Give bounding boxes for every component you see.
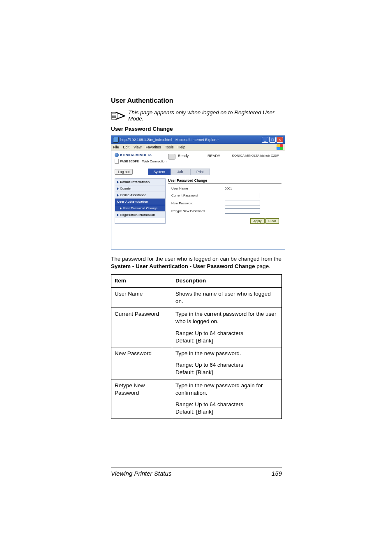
sidebar-item-online: Online Assistance	[115, 192, 165, 199]
cell-retype-password-desc: Type in the new password again for confi…	[172, 379, 282, 419]
brand-dot-icon	[115, 153, 119, 157]
printer-icon	[168, 154, 175, 160]
subbrand: PAGE SCOPE Web Connection	[115, 159, 168, 164]
menu-tools: Tools	[165, 145, 173, 149]
label-user-name: User Name	[171, 187, 208, 190]
label-retype-password: Retype New Password	[171, 209, 208, 213]
sidebar-item-device-info: Device Information	[115, 179, 165, 185]
apply-button: Apply	[250, 218, 264, 224]
clear-button: Clear	[265, 218, 279, 224]
svg-rect-0	[111, 112, 117, 119]
menu-favorites: Favorites	[145, 145, 161, 149]
menu-help: Help	[178, 145, 185, 149]
label-current-password: Current Password	[171, 194, 208, 197]
current-password-input	[225, 193, 260, 198]
value-user-name: 0001	[225, 187, 232, 190]
sidebar-item-user-password-change: User Password Change	[115, 205, 165, 212]
maximize-icon: □	[269, 137, 276, 143]
windows-flag-icon	[277, 144, 283, 150]
label-new-password: New Password	[171, 201, 208, 205]
retype-password-input	[225, 208, 260, 214]
description-paragraph: The password for the user who is logged …	[111, 255, 282, 270]
sidebar-item-registration: Registration Information	[115, 212, 165, 218]
subsection-heading: User Password Change	[111, 126, 282, 132]
menu-file: File	[113, 145, 119, 149]
cell-retype-password: Retype New Password	[111, 379, 172, 419]
brand-logo: KONICA MINOLTA	[115, 153, 168, 157]
ie-icon	[113, 137, 119, 143]
screenshot: http://192.168.1.2/m_index.html - Micros…	[111, 135, 285, 250]
note-text: This page appears only when logged on to…	[128, 109, 282, 122]
th-item: Item	[111, 275, 172, 287]
note-icon	[111, 111, 128, 122]
page-icon	[115, 159, 119, 164]
logout-button: Log out	[115, 169, 133, 175]
cell-new-password: New Password	[111, 347, 172, 379]
footer-title: Viewing Printer Status	[111, 470, 171, 477]
ready-status: READY	[208, 154, 220, 164]
cell-current-password-desc: Type in the current password for the use…	[172, 308, 282, 347]
window-title: http://192.168.1.2/m_index.html - Micros…	[120, 138, 262, 142]
note-row: This page appears only when logged on to…	[111, 109, 282, 122]
cell-new-password-desc: Type in the new password. Range: Up to 6…	[172, 347, 282, 379]
new-password-input	[225, 201, 260, 206]
tab-system: System	[148, 169, 170, 175]
cell-user-name-desc: Shows the name of user who is logged on.	[172, 287, 282, 308]
model-name: KONICA MINOLTA bizhub C20P	[232, 153, 281, 164]
tabs: System Job Print	[148, 169, 210, 175]
sidebar-item-user-auth: User Authentication	[115, 199, 165, 205]
ready-label: Ready	[178, 154, 189, 164]
cell-user-name: User Name	[111, 287, 172, 308]
close-icon: ×	[277, 137, 283, 143]
menu-bar: File Edit View Favorites Tools Help	[111, 144, 285, 150]
cell-current-password: Current Password	[111, 308, 172, 347]
sidebar-item-counter: Counter	[115, 185, 165, 192]
page-footer: Viewing Printer Status 159	[111, 467, 282, 477]
sidebar: Device Information Counter Online Assist…	[115, 178, 166, 224]
tab-print: Print	[190, 169, 210, 175]
menu-edit: Edit	[123, 145, 130, 149]
window-titlebar: http://192.168.1.2/m_index.html - Micros…	[111, 136, 285, 144]
description-table: Item Description User Name Shows the nam…	[111, 274, 282, 419]
panel-title: User Password Change	[168, 178, 281, 184]
footer-page-number: 159	[272, 470, 282, 477]
section-heading: User Authentication	[111, 97, 282, 104]
tab-job: Job	[171, 169, 190, 175]
main-panel: User Password Change User Name0001 Curre…	[168, 178, 281, 224]
th-description: Description	[172, 275, 282, 287]
minimize-icon: _	[262, 137, 268, 143]
menu-view: View	[134, 145, 141, 149]
